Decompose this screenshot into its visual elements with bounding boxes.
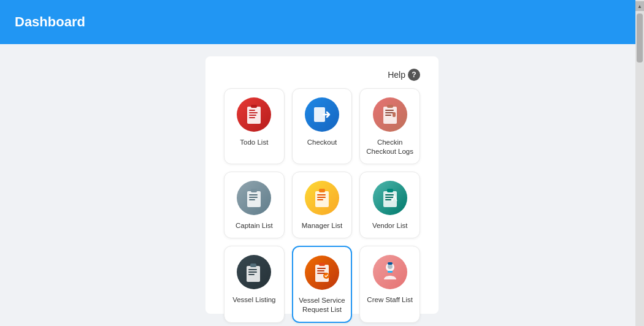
- svg-rect-12: [387, 105, 393, 108]
- card-checkout[interactable]: Checkout: [292, 88, 353, 164]
- svg-rect-16: [249, 199, 255, 200]
- checkout-icon: [305, 97, 339, 132]
- svg-rect-29: [248, 269, 257, 270]
- captain-list-label: Captain List: [236, 221, 273, 230]
- svg-rect-27: [387, 189, 393, 192]
- vessel-service-request-label: Vessel Service Request List: [298, 296, 347, 314]
- captain-list-icon: [237, 181, 271, 215]
- svg-rect-42: [388, 262, 393, 265]
- vessel-service-request-icon: [305, 256, 339, 290]
- help-icon[interactable]: ?: [408, 69, 420, 81]
- header: Dashboard: [0, 0, 644, 44]
- svg-rect-1: [249, 110, 255, 111]
- svg-rect-8: [385, 110, 394, 111]
- crew-staff-list-icon: [373, 255, 407, 289]
- svg-rect-21: [317, 199, 323, 200]
- svg-rect-11: [393, 112, 396, 117]
- svg-rect-34: [317, 268, 326, 269]
- crew-staff-list-label: Crew Staff List: [367, 295, 413, 305]
- card-crew-staff-list[interactable]: Crew Staff List: [359, 246, 420, 323]
- checkin-checkout-logs-icon: [373, 97, 407, 132]
- scrollbar-thumb[interactable]: [637, 13, 643, 63]
- todo-list-icon: [237, 97, 271, 132]
- vessel-listing-icon: [237, 255, 271, 289]
- svg-rect-38: [319, 263, 325, 266]
- svg-rect-30: [248, 271, 257, 273]
- card-vendor-list[interactable]: Vendor List: [359, 172, 420, 238]
- card-todo-list[interactable]: Todo List: [224, 88, 285, 164]
- svg-point-40: [388, 264, 393, 269]
- svg-rect-5: [251, 105, 257, 108]
- svg-rect-31: [248, 274, 255, 275]
- card-vessel-service-request[interactable]: Vessel Service Request List: [292, 246, 353, 323]
- svg-rect-9: [385, 112, 394, 113]
- checkout-label: Checkout: [307, 138, 337, 147]
- svg-rect-25: [385, 197, 394, 198]
- svg-rect-22: [319, 189, 325, 192]
- scrollbar[interactable]: ▲: [635, 0, 644, 326]
- svg-rect-2: [249, 112, 258, 113]
- svg-rect-32: [250, 263, 256, 267]
- svg-rect-24: [385, 194, 394, 195]
- checkin-checkout-logs-label: Checkin Checkout Logs: [365, 138, 415, 156]
- card-captain-list[interactable]: Captain List: [224, 172, 285, 238]
- card-vessel-listing[interactable]: Vessel Listing: [224, 246, 285, 323]
- svg-rect-35: [317, 270, 324, 271]
- vessel-listing-label: Vessel Listing: [232, 295, 275, 305]
- help-row: Help ?: [224, 69, 420, 81]
- dashboard-panel: Help ? Todo List Checkout Checkin Checko…: [205, 56, 439, 314]
- svg-rect-26: [385, 199, 391, 200]
- svg-rect-41: [388, 271, 393, 273]
- svg-rect-19: [317, 194, 326, 195]
- help-label: Help: [388, 70, 405, 80]
- todo-list-label: Todo List: [240, 138, 268, 147]
- svg-rect-17: [251, 189, 257, 192]
- svg-rect-15: [249, 197, 258, 198]
- main-content: Help ? Todo List Checkout Checkin Checko…: [0, 44, 644, 326]
- manager-list-label: Manager List: [302, 221, 342, 230]
- scrollbar-up-arrow[interactable]: ▲: [635, 1, 644, 11]
- dashboard-grid: Todo List Checkout Checkin Checkout Logs…: [224, 88, 420, 323]
- svg-rect-14: [249, 194, 258, 195]
- card-checkin-checkout-logs[interactable]: Checkin Checkout Logs: [359, 88, 420, 164]
- svg-rect-4: [249, 117, 255, 118]
- card-manager-list[interactable]: Manager List: [292, 172, 353, 238]
- svg-rect-10: [385, 115, 391, 116]
- vendor-list-icon: [373, 181, 407, 215]
- svg-rect-3: [249, 115, 256, 116]
- svg-rect-20: [317, 197, 326, 198]
- manager-list-icon: [305, 181, 339, 215]
- vendor-list-label: Vendor List: [372, 221, 408, 230]
- page-title: Dashboard: [15, 14, 85, 30]
